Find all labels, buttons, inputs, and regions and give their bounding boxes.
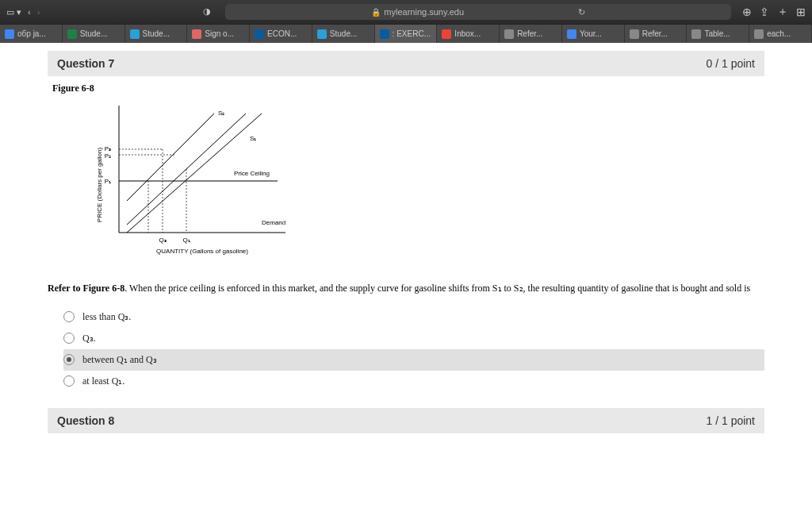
browser-tab[interactable]: ECON... [250,25,312,43]
option-label: at least Q₁. [82,375,124,387]
s2-label: S₂ [218,110,224,117]
s1-label: S₁ [250,135,256,142]
tab-label: Table... [704,29,730,38]
tab-label: Inbox... [454,29,481,38]
favicon [754,29,764,39]
favicon [5,29,14,39]
address-bar[interactable]: 🔒 mylearning.suny.edu ↻ [225,4,731,20]
sidebar-toggle-icon[interactable]: ▭ ▾ [6,7,21,17]
radio-icon [63,354,75,365]
tab-label: : EXERC... [393,29,431,38]
tab-label: Refer... [517,29,542,38]
favicon [504,29,514,39]
favicon [630,29,639,39]
answer-option[interactable]: less than Q₃. [63,306,764,328]
s2-line [127,114,214,201]
favicon [317,29,327,39]
browser-tab[interactable]: Refer... [625,25,688,43]
question-title: Question 7 [57,57,114,70]
reload-icon[interactable]: ↻ [578,7,585,17]
share-icon[interactable]: ⇪ [760,6,769,18]
answer-options: less than Q₃.Q₃.between Q₁ and Q₃at leas… [63,306,764,392]
tab-label: обр ја... [17,29,46,38]
favicon [691,29,701,39]
browser-tab[interactable]: Stude... [312,25,375,43]
question-text: Refer to Figure 6-8. Refer to Figure 6-8… [48,282,764,295]
tab-label: each... [767,29,791,38]
shield-icon[interactable]: ◑ [203,6,214,17]
radio-icon [63,375,75,387]
tab-label: Stude... [330,29,357,38]
browser-tab[interactable]: обр ја... [0,25,63,43]
p1-label: P₁ [105,178,111,185]
browser-tab[interactable]: Table... [687,25,749,43]
option-label: Q₃. [82,333,96,344]
page-content: Question 7 0 / 1 point Figure 6-8 PRICE … [0,43,812,508]
tab-label: Stude... [80,29,107,38]
favicon [67,29,77,39]
answer-option[interactable]: between Q₁ and Q₃ [63,349,764,371]
favicon [442,29,451,39]
answer-option[interactable]: Q₃. [63,328,764,349]
option-label: between Q₁ and Q₃ [82,354,157,366]
lock-icon: 🔒 [371,8,381,17]
forward-icon: › [37,7,40,17]
favicon [130,29,140,39]
tab-label: Sign o... [205,29,234,38]
p3-label: P₃ [105,145,111,152]
browser-toolbar: ▭ ▾ ‹ › ◑ 🔒 mylearning.suny.edu ↻ ⊕ ⇪ ＋ … [0,0,812,24]
radio-icon [63,311,75,322]
figure-title: Figure 6-8 [52,83,764,94]
favicon [255,29,264,39]
y-axis-label: PRICE (Dollars per gallon) [96,148,103,223]
browser-tab[interactable]: Sign o... [187,25,250,43]
favicon [192,29,201,39]
tab-label: ECON... [267,29,297,38]
demand-label: Demand [262,219,285,226]
p2-label: P₂ [105,152,111,160]
browser-tab[interactable]: each... [749,25,812,43]
answer-option[interactable]: at least Q₁. [63,371,764,392]
favicon [380,29,389,39]
browser-tab[interactable]: Stude... [125,25,188,43]
browser-tab[interactable]: Inbox... [437,25,500,43]
browser-tab[interactable]: : EXERC... [375,25,438,43]
chart: PRICE (Dollars per gallon) S₂ S₁ Price C… [95,98,764,267]
browser-tab[interactable]: Your... [562,25,625,43]
url-text: mylearning.suny.edu [384,7,464,17]
q1-label: Q₁ [182,237,190,244]
question8-title: Question 8 [57,414,114,427]
ceiling-label: Price Ceiling [234,170,270,177]
tab-label: Refer... [642,29,668,38]
browser-tab[interactable]: Refer... [500,25,562,43]
tabs-overview-icon[interactable]: ⊞ [796,6,806,18]
tab-label: Stude... [143,29,170,38]
tab-label: Your... [580,29,602,38]
option-label: less than Q₃. [82,311,131,323]
question-points: 0 / 1 point [707,57,756,70]
question8-points: 1 / 1 point [707,414,756,427]
browser-tab[interactable]: Stude... [63,25,125,43]
question8-header: Question 8 1 / 1 point [48,408,764,433]
download-icon[interactable]: ⊕ [742,6,752,18]
x-axis-label: QUANTITY (Gallons of gasoline) [156,248,248,255]
new-tab-icon[interactable]: ＋ [777,5,788,19]
favicon [567,29,576,39]
back-icon[interactable]: ‹ [28,7,31,17]
q3-label: Q₃ [159,237,166,244]
question-header: Question 7 0 / 1 point [48,51,764,76]
radio-icon [63,333,75,344]
tab-bar: обр ја...Stude...Stude...Sign o...ECON..… [0,24,812,43]
